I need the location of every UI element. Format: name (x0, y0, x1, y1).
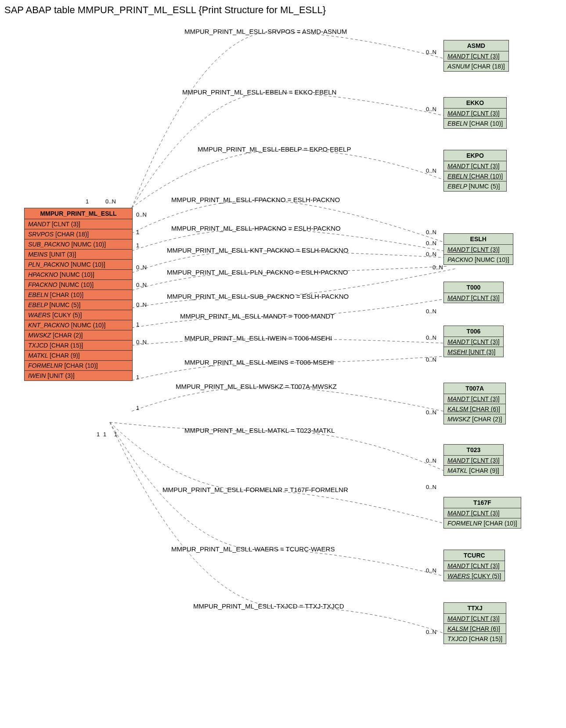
cardinality-left: 0..N (136, 339, 147, 345)
entity-field: WAERS [CUKY (5)] (444, 571, 505, 581)
cardinality-right: 0..N (426, 457, 436, 464)
cardinality-left: 1 (136, 242, 139, 249)
diagram-canvas: MMPUR_PRINT_ML_ESLL MANDT [CLNT (3)]SRVP… (4, 18, 562, 728)
cardinality-right: 0..N (426, 167, 436, 174)
entity-field: ASNUM [CHAR (18)] (444, 62, 508, 71)
cardinality-right: 0..N (426, 49, 436, 55)
entity-t167f: T167FMANDT [CLNT (3)]FORMELNR [CHAR (10)… (443, 497, 521, 529)
entity-field: EBELN [CHAR (10)] (444, 119, 506, 128)
relation-label: MMPUR_PRINT_ML_ESLL-FORMELNR = T167F-FOR… (162, 486, 348, 493)
cardinality-right: 0..N (433, 264, 443, 271)
entity-field: MANDT [CLNT (3)] (444, 293, 503, 303)
entity-field: KNT_PACKNO [NUMC (10)] (25, 320, 132, 330)
cardinality-left: 1 (114, 431, 117, 438)
cardinality-left: 1 (136, 321, 139, 328)
cardinality-left: 0..N (136, 282, 147, 288)
entity-header: ESLH (444, 234, 513, 245)
cardinality-left: 0..N (136, 301, 147, 308)
entity-field: IWEIN [UNIT (3)] (25, 371, 132, 380)
entity-field: MANDT [CLNT (3)] (444, 456, 503, 466)
entity-field: KALSM [CHAR (6)] (444, 404, 505, 414)
relation-label: MMPUR_PRINT_ML_ESLL-IWEIN = T006-MSEHI (184, 334, 332, 342)
cardinality-left: 1 (136, 405, 139, 411)
cardinality-left: 0..N (105, 198, 116, 205)
cardinality-left: 0..N (136, 211, 147, 218)
entity-field: MEINS [UNIT (3)] (25, 250, 132, 260)
entity-field: MSEHI [UNIT (3)] (444, 347, 503, 357)
cardinality-right: 0..N (426, 240, 436, 246)
entity-field: MANDT [CLNT (3)] (444, 337, 503, 347)
cardinality-right: 0..N (426, 251, 436, 257)
relation-label: MMPUR_PRINT_ML_ESLL-KNT_PACKNO = ESLH-PA… (167, 246, 348, 254)
entity-field: MANDT [CLNT (3)] (444, 51, 508, 62)
cardinality-right: 0..N (426, 106, 436, 112)
entity-header: EKKO (444, 98, 506, 109)
entity-field: TXJCD [CHAR (15)] (444, 634, 506, 644)
entity-header: T167F (444, 497, 521, 508)
cardinality-right: 0..N (426, 409, 436, 416)
entity-field: MANDT [CLNT (3)] (444, 394, 505, 404)
entity-ekpo: EKPOMANDT [CLNT (3)]EBELN [CHAR (10)]EBE… (443, 150, 507, 192)
cardinality-right: 0..N (426, 229, 436, 235)
entity-header: T006 (444, 326, 503, 337)
entity-t023: T023MANDT [CLNT (3)]MATKL [CHAR (9)] (443, 444, 504, 476)
cardinality-left: 1 (86, 198, 89, 205)
entity-header: T000 (444, 282, 503, 293)
entity-field: HPACKNO [NUMC (10)] (25, 270, 132, 280)
entity-field: EBELP [NUMC (5)] (444, 181, 506, 191)
cardinality-left: 1 (136, 374, 139, 380)
entity-field: MANDT [CLNT (3)] (444, 245, 513, 255)
entity-field: EBELN [CHAR (10)] (444, 171, 506, 181)
relation-label: MMPUR_PRINT_ML_ESLL-MANDT = T000-MANDT (180, 312, 335, 320)
entity-field: MWSKZ [CHAR (2)] (25, 330, 132, 340)
entity-field: SRVPOS [CHAR (18)] (25, 229, 132, 239)
entity-field: FPACKNO [NUMC (10)] (25, 280, 132, 290)
relation-label: MMPUR_PRINT_ML_ESLL-MATKL = T023-MATKL (184, 427, 335, 434)
entity-field: KALSM [CHAR (6)] (444, 624, 506, 634)
cardinality-left: 0..N (136, 264, 147, 271)
relation-label: MMPUR_PRINT_ML_ESLL-EBELP = EKPO-EBELP (198, 145, 351, 153)
entity-field: SUB_PACKNO [NUMC (10)] (25, 239, 132, 250)
relation-label: MMPUR_PRINT_ML_ESLL-PLN_PACKNO = ESLH-PA… (167, 268, 348, 276)
entity-field: MANDT [CLNT (3)] (444, 161, 506, 171)
cardinality-left: 1 (103, 431, 106, 438)
entity-header: TCURC (444, 550, 505, 561)
entity-field: MATKL [CHAR (9)] (444, 466, 503, 475)
cardinality-right: 0..N (426, 334, 436, 341)
entity-field: TXJCD [CHAR (15)] (25, 340, 132, 351)
entity-field: MWSKZ [CHAR (2)] (444, 414, 505, 424)
entity-field: EBELP [NUMC (5)] (25, 300, 132, 310)
entity-field: PLN_PACKNO [NUMC (10)] (25, 260, 132, 270)
relation-label: MMPUR_PRINT_ML_ESLL-FPACKNO = ESLH-PACKN… (171, 196, 340, 203)
entity-field: EBELN [CHAR (10)] (25, 290, 132, 300)
entity-field: PACKNO [NUMC (10)] (444, 255, 513, 264)
cardinality-right: 0..N (426, 567, 436, 574)
cardinality-right: 0..N (426, 629, 436, 635)
entity-t006: T006MANDT [CLNT (3)]MSEHI [UNIT (3)] (443, 326, 504, 357)
entity-ttxj: TTXJMANDT [CLNT (3)]KALSM [CHAR (6)]TXJC… (443, 602, 506, 644)
entity-t007a: T007AMANDT [CLNT (3)]KALSM [CHAR (6)]MWS… (443, 383, 506, 424)
relation-label: MMPUR_PRINT_ML_ESLL-MEINS = T006-MSEHI (184, 359, 334, 366)
entity-tcurc: TCURCMANDT [CLNT (3)]WAERS [CUKY (5)] (443, 550, 505, 581)
entity-field: MANDT [CLNT (3)] (444, 508, 521, 518)
cardinality-right: 0..N (426, 308, 436, 315)
entity-main: MMPUR_PRINT_ML_ESLL MANDT [CLNT (3)]SRVP… (24, 208, 133, 381)
entity-eslh: ESLHMANDT [CLNT (3)]PACKNO [NUMC (10)] (443, 233, 513, 265)
entity-field: MANDT [CLNT (3)] (25, 219, 132, 229)
entity-ekko: EKKOMANDT [CLNT (3)]EBELN [CHAR (10)] (443, 97, 507, 129)
entity-field: MANDT [CLNT (3)] (444, 561, 505, 571)
cardinality-right: 0..N (426, 484, 436, 490)
relation-label: MMPUR_PRINT_ML_ESLL-SUB_PACKNO = ESLH-PA… (167, 293, 349, 300)
cardinality-left: 1 (97, 431, 100, 438)
entity-field: MANDT [CLNT (3)] (444, 109, 506, 119)
relation-label: MMPUR_PRINT_ML_ESLL-HPACKNO = ESLH-PACKN… (171, 225, 341, 232)
relation-label: MMPUR_PRINT_ML_ESLL-TXJCD = TTXJ-TXJCD (193, 602, 344, 610)
page-title: SAP ABAP table MMPUR_PRINT_ML_ESLL {Prin… (4, 4, 566, 16)
relation-label: MMPUR_PRINT_ML_ESLL-MWSKZ = T007A-MWSKZ (176, 383, 337, 390)
cardinality-right: 0..N (426, 356, 436, 363)
entity-field: FORMELNR [CHAR (10)] (25, 361, 132, 371)
entity-header: EKPO (444, 150, 506, 161)
entity-header: T023 (444, 445, 503, 456)
entity-header: TTXJ (444, 603, 506, 614)
entity-main-header: MMPUR_PRINT_ML_ESLL (25, 208, 132, 219)
